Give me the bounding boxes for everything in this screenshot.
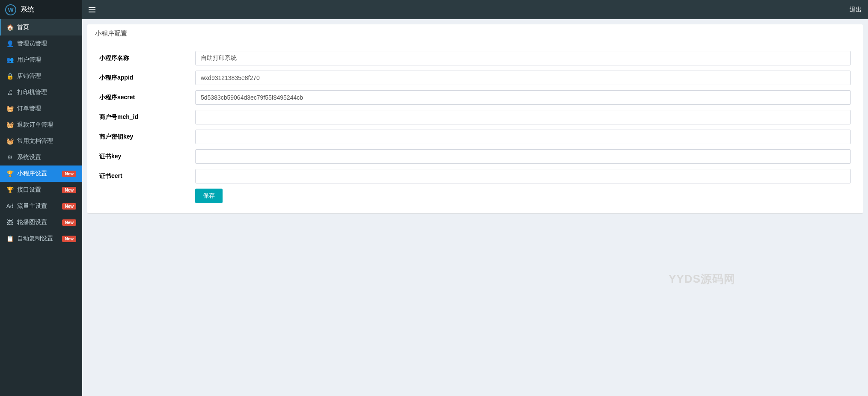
form-input-5[interactable] <box>195 149 851 164</box>
new-badge: New <box>62 219 76 226</box>
sidebar-item-9[interactable]: 🏆小程序设置New <box>0 165 82 182</box>
save-button[interactable]: 保存 <box>195 189 223 203</box>
menu-icon: 👤 <box>6 40 14 47</box>
menu-label: 首页 <box>17 24 76 31</box>
sidebar-item-11[interactable]: Ad流量主设置New <box>0 198 82 214</box>
menu-label: 管理员管理 <box>17 40 76 47</box>
form-label: 小程序名称 <box>99 54 195 62</box>
menu-icon: 🖼 <box>6 219 14 226</box>
form-row-0: 小程序名称 <box>99 51 851 65</box>
form-input-2[interactable] <box>195 90 851 105</box>
menu-label: 流量主设置 <box>17 202 62 210</box>
menu-icon: Ad <box>6 203 14 210</box>
form-row-4: 商户密钥key <box>99 130 851 144</box>
logo-icon: W <box>5 4 16 15</box>
menu-label: 小程序设置 <box>17 170 62 177</box>
sidebar-item-8[interactable]: ⚙系统设置 <box>0 149 82 165</box>
form-label: 小程序secret <box>99 94 195 101</box>
menu-icon: 🏠 <box>6 24 14 31</box>
watermark: YYDS源码网 <box>669 272 735 287</box>
form-row-5: 证书key <box>99 149 851 164</box>
sidebar-menu: 🏠首页👤管理员管理👥用户管理🔒店铺管理🖨打印机管理🧺订单管理🧺退款订单管理🧺常用… <box>0 19 82 396</box>
form-input-3[interactable] <box>195 110 851 124</box>
sidebar-item-1[interactable]: 👤管理员管理 <box>0 35 82 52</box>
sidebar-item-2[interactable]: 👥用户管理 <box>0 52 82 68</box>
sidebar-item-10[interactable]: 🏆接口设置New <box>0 182 82 198</box>
form-label: 证书cert <box>99 172 195 180</box>
menu-icon: 📋 <box>6 235 14 242</box>
sidebar-item-3[interactable]: 🔒店铺管理 <box>0 68 82 84</box>
config-panel: 小程序配置 小程序名称小程序appid小程序secret商户号mch_id商户密… <box>87 24 863 213</box>
form-input-6[interactable] <box>195 169 851 183</box>
menu-icon: 🏆 <box>6 170 14 177</box>
form-label: 小程序appid <box>99 74 195 82</box>
logout-link[interactable]: 退出 <box>850 6 862 14</box>
topbar: 退出 <box>82 0 868 19</box>
form-label: 商户号mch_id <box>99 113 195 121</box>
menu-label: 自动复制设置 <box>17 235 62 242</box>
new-badge: New <box>62 236 76 242</box>
form-row-1: 小程序appid <box>99 71 851 85</box>
sidebar-item-4[interactable]: 🖨打印机管理 <box>0 84 82 100</box>
menu-icon: 🔒 <box>6 73 14 80</box>
menu-icon: 🧺 <box>6 138 14 145</box>
content-area: 小程序配置 小程序名称小程序appid小程序secret商户号mch_id商户密… <box>82 19 868 396</box>
sidebar-item-5[interactable]: 🧺订单管理 <box>0 100 82 117</box>
sidebar-item-7[interactable]: 🧺常用文档管理 <box>0 133 82 149</box>
menu-icon: ⚙ <box>6 154 14 161</box>
form-row-2: 小程序secret <box>99 90 851 105</box>
form-input-1[interactable] <box>195 71 851 85</box>
app-title: 系统 <box>21 5 34 14</box>
sidebar-header: W 系统 <box>0 0 82 19</box>
menu-label: 用户管理 <box>17 56 76 64</box>
sidebar-item-6[interactable]: 🧺退款订单管理 <box>0 117 82 133</box>
menu-icon: 🧺 <box>6 105 14 112</box>
sidebar-item-13[interactable]: 📋自动复制设置New <box>0 231 82 247</box>
sidebar: W 系统 🏠首页👤管理员管理👥用户管理🔒店铺管理🖨打印机管理🧺订单管理🧺退款订单… <box>0 0 82 396</box>
menu-icon: 🏆 <box>6 186 14 193</box>
sidebar-item-12[interactable]: 🖼轮播图设置New <box>0 214 82 231</box>
panel-title: 小程序配置 <box>87 24 863 43</box>
button-row: 保存 <box>99 189 851 203</box>
new-badge: New <box>62 171 76 177</box>
new-badge: New <box>62 203 76 210</box>
form-row-6: 证书cert <box>99 169 851 183</box>
sidebar-item-0[interactable]: 🏠首页 <box>0 19 82 35</box>
menu-label: 订单管理 <box>17 105 76 112</box>
menu-icon: 👥 <box>6 56 14 63</box>
menu-label: 打印机管理 <box>17 89 76 96</box>
form-row-3: 商户号mch_id <box>99 110 851 124</box>
form-label: 商户密钥key <box>99 133 195 141</box>
panel-body: 小程序名称小程序appid小程序secret商户号mch_id商户密钥key证书… <box>87 43 863 213</box>
menu-label: 常用文档管理 <box>17 137 76 145</box>
menu-icon: 🖨 <box>6 89 14 96</box>
form-input-0[interactable] <box>195 51 851 65</box>
menu-label: 接口设置 <box>17 186 62 194</box>
menu-label: 系统设置 <box>17 154 76 161</box>
hamburger-icon[interactable] <box>89 7 95 12</box>
menu-label: 轮播图设置 <box>17 219 62 226</box>
new-badge: New <box>62 187 76 193</box>
form-label: 证书key <box>99 153 195 160</box>
menu-icon: 🧺 <box>6 121 14 128</box>
menu-label: 退款订单管理 <box>17 121 76 129</box>
form-input-4[interactable] <box>195 130 851 144</box>
menu-label: 店铺管理 <box>17 72 76 80</box>
